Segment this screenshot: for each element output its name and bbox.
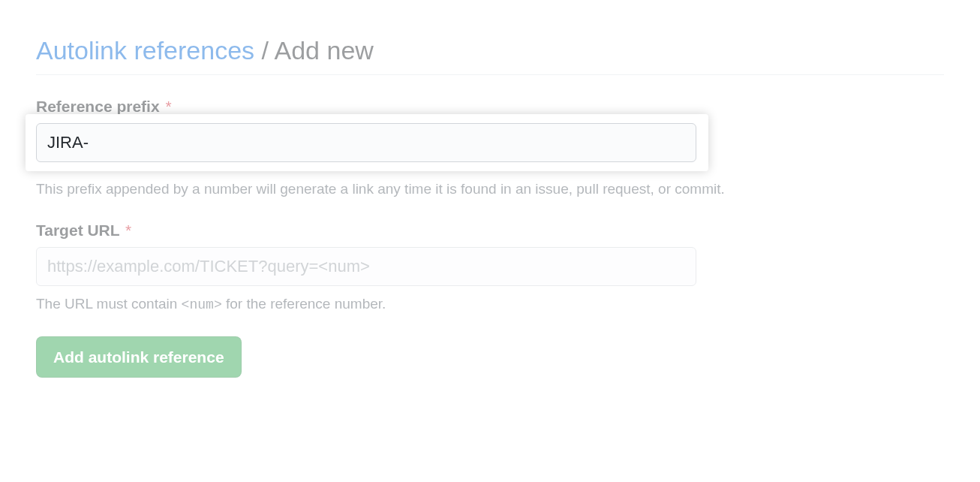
reference-prefix-help: This prefix appended by a number will ge… [36,179,944,200]
reference-prefix-label: Reference prefix * [36,98,944,116]
target-url-input[interactable] [36,247,696,286]
reference-prefix-input[interactable] [36,123,696,162]
reference-prefix-highlight [26,114,708,171]
required-asterisk-icon: * [125,221,131,239]
add-autolink-reference-button[interactable]: Add autolink reference [36,336,242,378]
page-title: Autolink references / Add new [36,36,944,75]
breadcrumb-autolink-references-link[interactable]: Autolink references [36,36,254,65]
breadcrumb-separator: / [262,36,269,65]
target-url-help: The URL must contain <num> for the refer… [36,294,944,315]
required-asterisk-icon: * [165,98,171,115]
breadcrumb-current: Add new [275,36,374,65]
target-url-label: Target URL * [36,221,944,239]
